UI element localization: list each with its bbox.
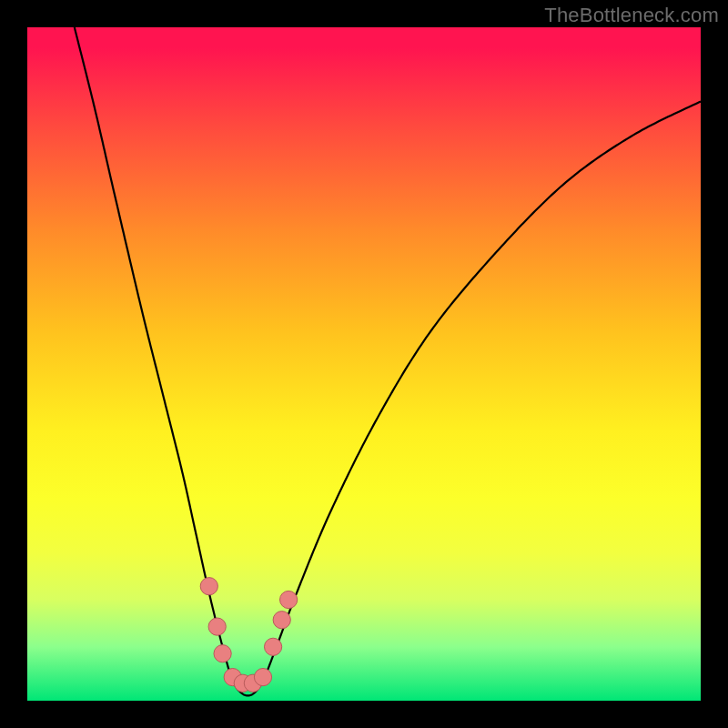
curve-marker <box>254 668 271 685</box>
curve-marker <box>200 578 217 595</box>
curve-markers <box>200 578 298 693</box>
curve-marker <box>273 612 290 629</box>
bottleneck-curve <box>75 27 701 695</box>
bottleneck-curve-svg <box>27 27 701 701</box>
plot-area <box>27 27 701 701</box>
watermark-text: TheBottleneck.com <box>544 4 719 27</box>
curve-marker <box>214 645 231 662</box>
curve-marker <box>208 618 226 635</box>
curve-marker <box>264 638 281 655</box>
curve-marker <box>280 591 298 608</box>
chart-frame: TheBottleneck.com <box>0 0 728 728</box>
